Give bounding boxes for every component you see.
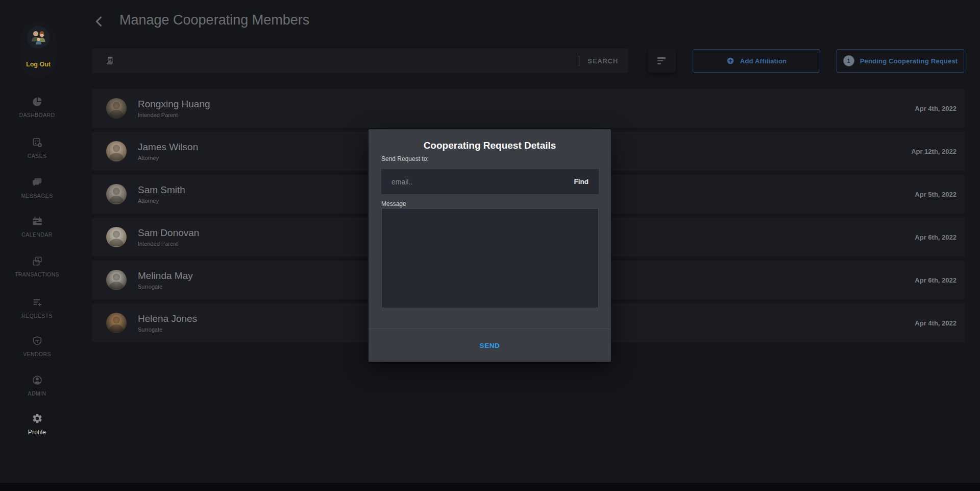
member-role: Attorney (138, 155, 198, 161)
message-textarea[interactable] (381, 208, 599, 308)
member-name: Rongxing Huang (138, 99, 210, 110)
sidebar-item-label: DASHBOARD (0, 112, 74, 118)
gear-icon (32, 417, 43, 426)
messages-icon (32, 181, 43, 190)
bottom-bar (0, 483, 980, 491)
sidebar-item-vendors[interactable]: VENDORS (0, 335, 74, 357)
member-role: Surrogate (138, 326, 197, 333)
transactions-icon (32, 260, 43, 268)
sidebar-item-calendar[interactable]: CALENDAR (0, 216, 74, 238)
logout-label: Log Out (20, 61, 56, 68)
member-date: Apr 12th, 2022 (911, 148, 957, 155)
plus-circle-icon (726, 57, 734, 65)
admin-icon (32, 379, 43, 387)
member-avatar (106, 270, 127, 290)
back-button[interactable] (92, 14, 106, 29)
sort-icon (657, 57, 667, 64)
member-avatar (106, 313, 127, 333)
cases-icon (32, 141, 43, 150)
page-title: Manage Cooperating Members (119, 12, 309, 28)
add-affiliation-label: Add Affiliation (740, 57, 787, 65)
member-date: Apr 4th, 2022 (915, 105, 957, 112)
message-label: Message (381, 200, 406, 207)
logout-button[interactable]: Log Out (20, 21, 56, 78)
member-avatar (106, 227, 127, 247)
search-label: SEARCH (587, 57, 618, 65)
sidebar-item-label: Profile (0, 429, 74, 436)
sidebar-item-admin[interactable]: ADMIN (0, 375, 74, 396)
email-field-row: Find (381, 169, 599, 194)
modal-title: Cooperating Request Details (369, 140, 611, 151)
member-role: Attorney (138, 198, 185, 204)
member-date: Apr 6th, 2022 (915, 233, 957, 241)
sidebar-item-dashboard[interactable]: DASHBOARD (0, 96, 74, 118)
sidebar-item-label: TRANSACTIONS (0, 271, 74, 277)
sidebar-item-label: ADMIN (0, 390, 74, 396)
search-control[interactable]: SEARCH (579, 56, 618, 66)
sidebar-item-profile[interactable]: Profile (0, 413, 74, 436)
member-name: Sam Donovan (138, 227, 199, 239)
cooperating-request-modal: Cooperating Request Details Send Request… (369, 129, 611, 362)
family-avatar-icon (27, 26, 50, 49)
search-cursor-divider (579, 56, 579, 66)
sidebar-item-label: VENDORS (0, 351, 74, 357)
member-row[interactable]: Rongxing HuangIntended ParentApr 4th, 20… (92, 89, 965, 128)
member-avatar (106, 184, 127, 204)
sidebar-item-messages[interactable]: MESSAGES (0, 177, 74, 199)
find-button[interactable]: Find (564, 178, 599, 185)
calendar-icon (32, 220, 43, 228)
pie-chart-icon (32, 100, 43, 109)
email-input[interactable] (381, 178, 564, 186)
member-name: Helena Jones (138, 313, 197, 324)
member-role: Surrogate (138, 284, 193, 290)
sidebar-item-cases[interactable]: CASES (0, 137, 74, 159)
send-request-to-label: Send Request to: (381, 155, 429, 162)
member-role: Intended Parent (138, 241, 199, 247)
vendors-icon (32, 339, 43, 348)
sidebar-item-label: REQUESTS (0, 313, 74, 319)
member-avatar (106, 141, 127, 161)
member-date: Apr 6th, 2022 (915, 276, 957, 284)
sidebar-item-requests[interactable]: REQUESTS (0, 297, 74, 319)
member-date: Apr 4th, 2022 (915, 319, 957, 327)
send-button[interactable]: SEND (369, 329, 611, 362)
sidebar: Log Out DASHBOARDCASESMESSAGESCALENDARTR… (0, 0, 74, 491)
pending-request-label: Pending Cooperating Request (860, 57, 958, 65)
chevron-left-icon (92, 14, 106, 29)
search-bar[interactable]: SEARCH (92, 49, 628, 73)
member-role: Intended Parent (138, 112, 210, 118)
member-name: Sam Smith (138, 184, 185, 196)
user-avatar (27, 26, 50, 49)
member-date: Apr 5th, 2022 (915, 191, 957, 198)
sidebar-item-label: CALENDAR (0, 231, 74, 238)
sidebar-item-transactions[interactable]: TRANSACTIONS (0, 255, 74, 277)
pending-count-badge: 1 (843, 55, 854, 66)
sidebar-item-label: CASES (0, 153, 74, 159)
member-name: Melinda May (138, 270, 193, 282)
send-button-label: SEND (480, 342, 500, 349)
sort-button[interactable] (648, 49, 676, 73)
app-root: Log Out DASHBOARDCASESMESSAGESCALENDARTR… (0, 0, 980, 491)
member-avatar (106, 98, 127, 119)
member-name: James Wilson (138, 142, 198, 153)
receipt-icon (105, 56, 115, 66)
pending-request-button[interactable]: 1 Pending Cooperating Request (837, 49, 964, 73)
sidebar-item-label: MESSAGES (0, 193, 74, 199)
requests-icon (32, 301, 43, 310)
add-affiliation-button[interactable]: Add Affiliation (693, 49, 820, 73)
